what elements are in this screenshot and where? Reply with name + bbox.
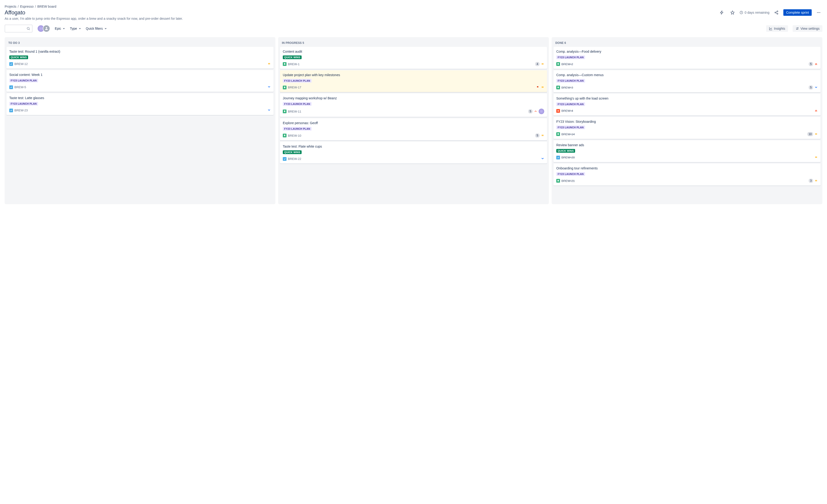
story-type-icon [556,132,560,136]
star-button[interactable] [729,9,736,16]
svg-point-4 [777,13,778,14]
quick-filters-label: Quick filters [86,27,103,31]
issue-card[interactable]: FY23 Vision: Storyboarding FY23 LAUNCH P… [553,117,821,139]
sprint-goal: As a user, I'm able to jump onto the Esp… [5,17,822,20]
view-settings-button[interactable]: View settings [793,25,822,32]
issue-card[interactable]: Social content: Week 1 FY23 LAUNCH PLAN … [6,70,274,92]
epic-label[interactable]: FY23 LAUNCH PLAN [9,79,38,82]
issue-key[interactable]: BREW-5 [14,85,26,89]
epic-label[interactable]: QUICK WINS [283,55,302,59]
svg-point-5 [817,12,818,13]
sprint-title: Affogato [5,9,25,16]
issue-key[interactable]: BREW-3 [562,86,573,89]
issue-key[interactable]: BREW-1 [288,62,299,66]
chevron-down-icon [62,27,65,30]
issue-card[interactable]: Something's up with the load screen FY23… [553,94,821,115]
issue-key[interactable]: BREW-21 [562,179,575,183]
issue-key[interactable]: BREW-12 [14,62,28,66]
svg-point-12 [558,110,559,111]
breadcrumb-board[interactable]: BREW board [37,5,56,8]
column-header: TO DO 3 [6,39,274,47]
issue-key[interactable]: BREW-10 [288,134,301,137]
card-title: Onboarding tour refinements [556,166,818,170]
estimate-badge: 5 [809,85,813,90]
epic-label[interactable]: FY23 LAUNCH PLAN [556,55,585,59]
view-settings-label: View settings [800,27,820,31]
issue-key[interactable]: BREW-17 [288,86,301,89]
more-actions-button[interactable] [815,9,822,16]
flag-icon [536,86,540,89]
epic-filter[interactable]: Epic [55,27,65,31]
issue-key[interactable]: BREW-14 [562,133,575,136]
epic-label[interactable]: FY23 LAUNCH PLAN [283,127,311,131]
assignee-avatars[interactable] [37,25,50,32]
card-title: FY23 Vision: Storyboarding [556,120,818,123]
story-type-icon [556,62,560,66]
column-body: Comp. analysis—Food delivery FY23 LAUNCH… [553,47,821,186]
epic-label[interactable]: QUICK WINS [283,150,302,154]
card-title: Update project plan with key milestones [283,73,544,77]
issue-card[interactable]: Update project plan with key milestones … [280,70,547,92]
issue-card[interactable]: Review banner ads QUICK WINS BREW-20 [553,140,821,162]
issue-card[interactable]: Onboarding tour refinements FY23 LAUNCH … [553,164,821,186]
quick-filters[interactable]: Quick filters [86,27,107,31]
svg-point-2 [777,11,778,12]
column-done[interactable]: DONE 6 Comp. analysis—Food delivery FY23… [552,37,822,204]
issue-card[interactable]: Taste test: Latte glasses FY23 LAUNCH PL… [6,93,274,115]
epic-label[interactable]: FY23 LAUNCH PLAN [556,125,585,129]
svg-point-11 [796,29,797,30]
assignee-avatar[interactable] [539,109,544,114]
column-header: DONE 6 [553,39,821,47]
issue-card[interactable]: Taste test: Round 1 (vanilla extract) QU… [6,47,274,69]
issue-key[interactable]: BREW-23 [14,109,28,112]
column-inprogress[interactable]: IN PROGRESS 5 Content audit QUICK WINS B… [278,37,549,204]
column-todo[interactable]: TO DO 3 Taste test: Round 1 (vanilla ext… [5,37,275,204]
priority-medium-icon [541,134,544,138]
epic-label[interactable]: FY23 LAUNCH PLAN [283,79,311,83]
type-filter[interactable]: Type [70,27,81,31]
issue-card[interactable]: Journey mapping workshop w/ Beanz FY23 L… [280,94,547,117]
card-title: Explore personas: Geoff [283,121,544,125]
issue-card[interactable]: Comp. analysis—Food delivery FY23 LAUNCH… [553,47,821,69]
epic-filter-label: Epic [55,27,61,31]
epic-label[interactable]: QUICK WINS [9,55,28,59]
issue-card[interactable]: Taste test: Flate white cups QUICK WINS … [280,142,547,164]
issue-card[interactable]: Explore personas: Geoff FY23 LAUNCH PLAN… [280,118,547,140]
search-input[interactable] [5,24,33,33]
card-title: Taste test: Latte glasses [9,96,271,100]
issue-key[interactable]: BREW-20 [562,156,575,159]
automation-button[interactable] [718,9,726,16]
epic-label[interactable]: FY23 LAUNCH PLAN [556,79,585,83]
share-icon [774,10,778,15]
epic-label[interactable]: QUICK WINS [556,149,575,153]
issue-key[interactable]: BREW-2 [562,62,573,66]
epic-label[interactable]: FY23 LAUNCH PLAN [283,102,311,106]
issue-key[interactable]: BREW-22 [288,157,301,161]
issue-card[interactable]: Comp. analysis—Custom menus FY23 LAUNCH … [553,70,821,92]
breadcrumb: Projects / Espresso / BREW board [5,5,822,8]
task-type-icon [556,156,560,159]
card-title: Journey mapping workshop w/ Beanz [283,96,544,100]
complete-sprint-button[interactable]: Complete sprint [783,9,812,16]
type-filter-label: Type [70,27,77,31]
epic-label[interactable]: FY23 LAUNCH PLAN [9,102,38,106]
issue-card[interactable]: Content audit QUICK WINS BREW-1 4 [280,47,547,69]
breadcrumb-projects[interactable]: Projects [5,5,16,8]
task-type-icon [9,109,13,112]
insights-button[interactable]: Insights [766,25,788,32]
issue-key[interactable]: BREW-4 [562,109,573,112]
chart-icon [769,27,773,31]
avatar-unassigned[interactable] [43,25,50,32]
card-title: Comp. analysis—Custom menus [556,73,818,77]
share-button[interactable] [773,9,780,16]
days-remaining: 0 days remaining [739,11,769,14]
clock-icon [739,11,743,14]
issue-key[interactable]: BREW-11 [288,110,301,113]
svg-marker-0 [731,11,734,14]
epic-label[interactable]: FY23 LAUNCH PLAN [556,102,585,106]
priority-medium-icon [815,179,818,183]
epic-label[interactable]: FY23 LAUNCH PLAN [556,172,585,176]
star-icon [730,10,735,15]
breadcrumb-project[interactable]: Espresso [20,5,34,8]
insights-label: Insights [774,27,785,31]
